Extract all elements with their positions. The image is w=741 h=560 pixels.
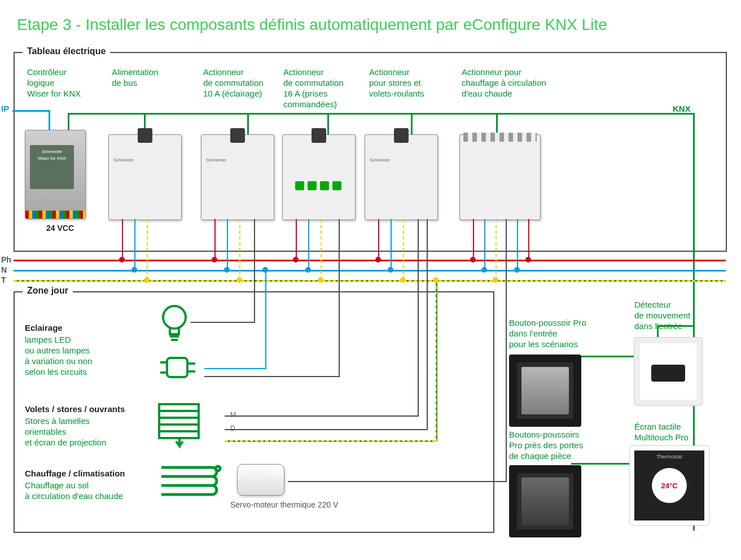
label-pb2: Boutons-poussoirs Pro près des portes de… [509,429,583,461]
svg-point-0 [163,306,186,329]
label-multitouch: Écran tactile Multitouch Pro [634,421,689,443]
wire-ht2-n [517,219,518,270]
device-act-16a [282,134,356,220]
wire-bl-ph [378,219,379,260]
page-title: Etape 3 - Installer les composants défin… [17,16,607,34]
bulb-icon [157,301,192,343]
load-16a-plug-h [204,376,339,377]
device-bus-psu: Schneider [108,134,182,220]
label-24vcc: 24 VCC [46,224,74,233]
device-pushbutton-pro-1 [509,355,581,427]
knx-bus-top [68,113,693,115]
wire-16a-t [321,219,322,280]
panel-electrical-title: Tableau électrique [23,46,110,56]
device-servo-motor [237,464,284,496]
label-act-blinds: Actionneur pour stores et volets-roulant… [369,67,424,99]
svg-rect-2 [159,404,199,438]
label-m: M [230,411,236,419]
knx-drop-10a [247,113,249,135]
load-heat-h [288,481,506,482]
device-motion-detector [634,338,702,405]
wire-ht-n [484,219,485,270]
load-pe-h-y [225,440,436,442]
label-bus-supply: Alimentation de bus [112,67,159,88]
wire-ip-v [49,110,50,130]
device-multitouch-pro: Thermostat 24°C [630,446,709,525]
wire-10a-ph [214,219,216,260]
load-16a-plug [339,219,340,377]
zone-lighting-text: lampes LED ou autres lampes à variation … [25,334,92,377]
load-blind-d [427,219,428,430]
rail-label-t: T [1,275,6,285]
wire-psu-n [134,219,135,270]
knx-drop-16a [327,113,329,135]
wire-bl-n [391,219,392,270]
label-act-10a: Actionneur de commutation 10 A (éclairag… [203,67,264,99]
label-controller: Contrôleur logique Wiser for KNX [27,67,81,99]
wire-ip-h [12,110,49,112]
device-act-heating [459,134,541,220]
zone-blinds-head: Volets / stores / ouvrants [25,404,125,414]
label-detector: Détecteur de mouvement dans l'entrée [634,299,690,331]
label-knx: KNX [673,104,691,113]
knx-drop-heat [496,113,498,135]
heating-coil-icon [157,463,223,507]
label-d: D [230,425,235,432]
wire-16a-n [308,219,309,270]
label-servo: Servo-moteur thermique 220 V [230,500,338,509]
wire-psu-ph [122,219,123,260]
device-pushbutton-pro-2 [509,465,581,537]
svg-rect-1 [167,358,187,377]
load-n-plug [265,270,266,369]
wire-16a-ph [296,219,297,260]
load-10a-light-h [191,322,254,323]
wire-10a-t [239,219,240,280]
label-act-heating: Actionneur pour chauffage à circulation … [462,67,546,99]
zone-heating-text: Chauffage au sol à circulation d'eau cha… [25,480,123,501]
label-act-16a: Actionneur de commutation 16 A (prises c… [283,67,344,110]
rail-label-n: N [1,265,7,274]
device-act-blinds: Schneider [365,134,438,220]
blind-icon [157,402,205,448]
rail-n [14,270,726,272]
wire-ht2-ph [528,219,529,260]
load-pe-v-y [436,280,437,441]
load-10a-light [254,219,255,323]
wire-ht-ph [473,219,474,260]
wire-bl-t [403,219,404,280]
rail-label-ph: Ph [1,255,11,264]
rail-t-yellow [14,280,726,282]
load-heat [506,219,507,482]
load-blind-m-h [225,415,418,417]
load-blind-m [418,219,419,417]
panel-zone-title: Zone jour [23,286,73,296]
load-blind-d-h [225,429,427,430]
device-wiser-knx: SchneiderWiser for KNX [25,130,86,219]
knx-drop-blind [411,113,413,135]
wire-ht-t [496,219,497,280]
zone-lighting-head: Eclairage [25,323,63,333]
label-pb1: Bouton-poussoir Pro dans l'entrée pour l… [509,317,586,349]
zone-heating-head: Chauffage / climatisation [25,469,125,478]
device-act-10a: Schneider [201,134,274,220]
load-n-plug-h [204,368,265,369]
wire-10a-n [227,219,228,270]
label-ip: IP [1,104,9,113]
wire-psu-t [147,219,148,280]
zone-blinds-text: Stores à lamelles orientables et écran d… [25,415,106,448]
plug-icon [157,352,199,383]
thermostat-dial: 24°C [652,468,687,503]
svg-point-3 [216,466,220,471]
